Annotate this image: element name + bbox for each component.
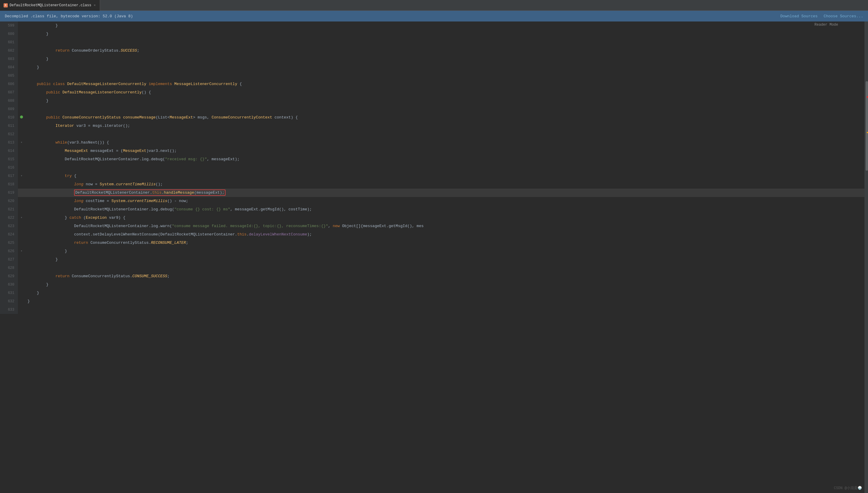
line-code: DefaultRocketMQListenerContainer.log.deb… bbox=[25, 155, 864, 164]
code-line-615: 615 DefaultRocketMQListenerContainer.log… bbox=[0, 155, 864, 164]
line-number: 606 bbox=[0, 80, 18, 88]
info-bar: Decompiled .class file, bytecode version… bbox=[0, 11, 868, 21]
line-code bbox=[25, 306, 864, 314]
line-number: 605 bbox=[0, 72, 18, 80]
code-line-622: 622▾ } catch (Exception var9) { bbox=[0, 214, 864, 222]
code-line-604: 604 } bbox=[0, 63, 864, 72]
line-number: 629 bbox=[0, 272, 18, 280]
line-gutter bbox=[18, 239, 25, 247]
code-line-628: 628 bbox=[0, 264, 864, 272]
file-icon: C bbox=[4, 3, 8, 7]
line-gutter: ▾ bbox=[18, 247, 25, 255]
line-number: 601 bbox=[0, 38, 18, 46]
line-code: } bbox=[25, 280, 864, 289]
line-code: while(var3.hasNext()) { bbox=[25, 138, 864, 147]
editor-container: C DefaultRocketMQListenerContainer.class… bbox=[0, 0, 868, 493]
code-line-611: 611 Iterator var3 = msgs.iterator(); bbox=[0, 122, 864, 130]
code-line-624: 624 context.setDelayLevelWhenNextConsume… bbox=[0, 230, 864, 239]
scrollbar-thumb[interactable] bbox=[866, 81, 868, 171]
fold-icon[interactable]: ▾ bbox=[21, 247, 22, 255]
line-number: 630 bbox=[0, 280, 18, 289]
line-number: 632 bbox=[0, 297, 18, 306]
choose-sources-link[interactable]: Choose Sources... bbox=[824, 14, 863, 19]
code-line-610: 610 public ConsumeConcurrentlyStatus con… bbox=[0, 113, 864, 122]
line-gutter bbox=[18, 272, 25, 280]
line-gutter bbox=[18, 46, 25, 55]
error-marker bbox=[867, 96, 868, 98]
code-line-601: 601 bbox=[0, 38, 864, 46]
decompile-info: Decompiled .class file, bytecode version… bbox=[5, 14, 133, 19]
line-code bbox=[25, 130, 864, 138]
code-line-612: 612 bbox=[0, 130, 864, 138]
line-code bbox=[25, 264, 864, 272]
line-gutter bbox=[18, 222, 25, 230]
line-gutter bbox=[18, 72, 25, 80]
code-line-633: 633 bbox=[0, 306, 864, 314]
code-line-621: 621 DefaultRocketMQListenerContainer.log… bbox=[0, 205, 864, 214]
line-number: 612 bbox=[0, 130, 18, 138]
line-number: 633 bbox=[0, 306, 18, 314]
download-sources-link[interactable]: Download Sources bbox=[781, 14, 818, 19]
line-code: MessageExt messageExt = (MessageExt)var3… bbox=[25, 147, 864, 155]
line-code: DefaultRocketMQListenerContainer.log.deb… bbox=[25, 205, 864, 214]
line-code bbox=[25, 72, 864, 80]
code-line-618: 618 long now = System.currentTimeMillis(… bbox=[0, 180, 864, 189]
line-gutter bbox=[18, 297, 25, 306]
line-number: 625 bbox=[0, 239, 18, 247]
line-number: 628 bbox=[0, 264, 18, 272]
line-number: 622 bbox=[0, 214, 18, 222]
line-gutter bbox=[18, 155, 25, 164]
line-number: 607 bbox=[0, 88, 18, 97]
line-number: 608 bbox=[0, 97, 18, 105]
line-gutter bbox=[18, 189, 25, 197]
line-gutter bbox=[18, 197, 25, 205]
line-code: long now = System.currentTimeMillis(); bbox=[25, 180, 864, 189]
line-number: 614 bbox=[0, 147, 18, 155]
code-line-607: 607 public DefaultMessageListenerConcurr… bbox=[0, 88, 864, 97]
fold-icon[interactable]: ▾ bbox=[21, 172, 22, 180]
code-line-602: 602 return ConsumeOrderlyStatus.SUCCESS; bbox=[0, 46, 864, 55]
line-gutter bbox=[18, 113, 25, 122]
line-code: public DefaultMessageListenerConcurrentl… bbox=[25, 88, 864, 97]
line-code: public ConsumeConcurrentlyStatus consume… bbox=[25, 113, 864, 122]
breakpoint-icon[interactable] bbox=[20, 113, 23, 122]
code-line-623: 623 DefaultRocketMQListenerContainer.log… bbox=[0, 222, 864, 230]
line-gutter bbox=[18, 80, 25, 88]
line-gutter: ▾ bbox=[18, 172, 25, 180]
reader-mode-button[interactable]: Reader Mode bbox=[814, 23, 838, 27]
editor-area: Reader Mode 599 }600 }601602 return Cons… bbox=[0, 21, 868, 493]
code-panel: 599 }600 }601602 return ConsumeOrderlySt… bbox=[0, 21, 864, 493]
fold-icon[interactable]: ▾ bbox=[21, 214, 22, 222]
code-line-603: 603 } bbox=[0, 55, 864, 63]
line-number: 624 bbox=[0, 230, 18, 239]
active-tab[interactable]: C DefaultRocketMQListenerContainer.class… bbox=[0, 0, 100, 11]
line-code: long costTime = System.currentTimeMillis… bbox=[25, 197, 864, 205]
line-code: } bbox=[25, 63, 864, 72]
line-gutter bbox=[18, 255, 25, 264]
line-code: Iterator var3 = msgs.iterator(); bbox=[25, 122, 864, 130]
code-line-600: 600 } bbox=[0, 30, 864, 38]
line-code: } bbox=[25, 289, 864, 297]
code-line-617: 617▾ try { bbox=[0, 172, 864, 180]
fold-icon[interactable]: ▾ bbox=[21, 138, 22, 147]
line-number: 613 bbox=[0, 138, 18, 147]
line-number: 609 bbox=[0, 105, 18, 113]
line-code: public class DefaultMessageListenerConcu… bbox=[25, 80, 864, 88]
line-code: } bbox=[25, 21, 864, 30]
line-number: 603 bbox=[0, 55, 18, 63]
code-line-627: 627 } bbox=[0, 255, 864, 264]
line-number: 600 bbox=[0, 30, 18, 38]
line-gutter bbox=[18, 63, 25, 72]
code-line-625: 625 return ConsumeConcurrentlyStatus.REC… bbox=[0, 239, 864, 247]
line-number: 618 bbox=[0, 180, 18, 189]
code-line-626: 626▾ } bbox=[0, 247, 864, 255]
line-number: 620 bbox=[0, 197, 18, 205]
line-number: 623 bbox=[0, 222, 18, 230]
line-number: 626 bbox=[0, 247, 18, 255]
code-line-609: 609 bbox=[0, 105, 864, 113]
line-gutter bbox=[18, 164, 25, 172]
line-code: return ConsumeConcurrentlyStatus.CONSUME… bbox=[25, 272, 864, 280]
tab-close-button[interactable]: × bbox=[93, 3, 97, 7]
line-number: 627 bbox=[0, 255, 18, 264]
line-gutter bbox=[18, 130, 25, 138]
